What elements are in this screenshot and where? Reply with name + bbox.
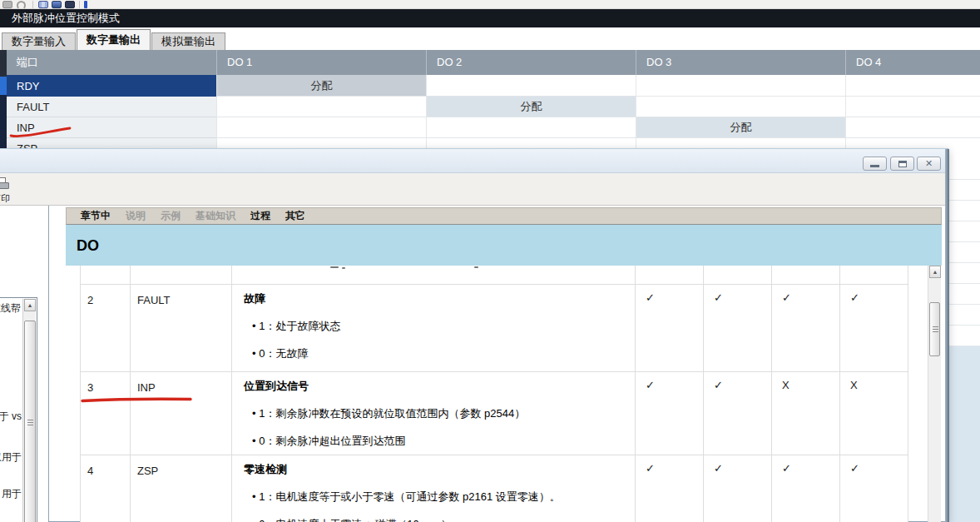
toolbar-separator: [32, 1, 33, 8]
do1-support-mark: ✓: [636, 455, 704, 522]
print-button-label[interactable]: 打印: [0, 192, 13, 205]
io-row-RDY[interactable]: RDY分配: [7, 75, 980, 97]
tab-模拟量输出[interactable]: 模拟量输出: [151, 32, 225, 50]
io-cell-DO 2[interactable]: [426, 117, 636, 138]
window-edge-decoration: [0, 77, 7, 95]
topic-banner: DO: [66, 225, 942, 266]
do3-support-mark: X: [772, 372, 840, 455]
do2-support-mark: ✓: [704, 285, 772, 372]
help-tab-章节中[interactable]: 章节中: [73, 209, 118, 223]
close-button[interactable]: ✕: [917, 157, 941, 171]
topic-item[interactable]: 于 vs: [0, 410, 22, 424]
do4-support-mark: X: [840, 372, 908, 455]
io-cell-DO 2[interactable]: [426, 75, 636, 97]
signal-bullet: • 1：剩余脉冲数在预设的就位取值范围内（参数 p2544）: [252, 406, 630, 421]
help-tab-过程[interactable]: 过程: [243, 209, 278, 223]
do3-support-mark: ✓: [772, 285, 840, 372]
help-window-titlebar[interactable]: [0, 149, 948, 173]
clipped-text-remnant: [330, 266, 339, 268]
topic-title: DO: [66, 225, 942, 255]
do4-support-mark: ✓: [840, 285, 908, 372]
port-label[interactable]: INP: [7, 117, 216, 138]
signal-title: 零速检测: [244, 462, 630, 477]
assign-cell-DO 1[interactable]: 分配: [216, 75, 426, 97]
do1-support-mark: ✓: [636, 372, 704, 455]
save-icon[interactable]: [65, 1, 75, 8]
thumb-grip: [933, 326, 938, 333]
assign-cell-DO 3[interactable]: 分配: [636, 117, 845, 138]
topic-scrollbar-thumb[interactable]: [24, 321, 36, 522]
signal-description: 零速检测• 1：电机速度等于或小于零速（可通过参数 p2161 设置零速）。• …: [232, 455, 636, 522]
help-toolbar: 打印: [0, 173, 948, 206]
column-header-DO 4: DO 4: [845, 50, 980, 75]
do-signal-table: 2FAULT故障• 1：处于故障状态• 0：无故障✓✓✓✓3INP位置到达信号•…: [80, 266, 908, 522]
io-cell-DO 1[interactable]: [216, 138, 426, 148]
minimize-icon: [870, 165, 879, 167]
do4-support-mark: ✓: [840, 455, 908, 522]
window-edge-decoration: [0, 50, 7, 77]
mode-title-bar: 外部脉冲位置控制模式: [0, 9, 980, 27]
monitor-icon[interactable]: [52, 1, 62, 8]
io-cell-DO 3[interactable]: [636, 97, 845, 117]
help-window: ✕ 打印 在线帮 ▲ 于 vs仅用于用于入出出（仿 章节中说明示例基础知识过程其…: [0, 148, 948, 522]
topic-item[interactable]: 仅用于: [0, 450, 22, 465]
content-scrollbar[interactable]: ▲: [928, 266, 941, 522]
do2-support-mark: ✓: [704, 455, 772, 522]
do2-support-mark: ✓: [704, 372, 772, 455]
topic-item[interactable]: 在线帮: [0, 301, 21, 316]
help-content-tabs: 章节中说明示例基础知识过程其它: [66, 207, 942, 225]
port-label[interactable]: ZSP: [7, 138, 216, 148]
assign-cell-DO 2[interactable]: 分配: [426, 97, 636, 117]
signal-name: ZSP: [131, 455, 232, 522]
mode-title: 外部脉冲位置控制模式: [12, 12, 120, 24]
io-table-header: 端口DO 1DO 2DO 3DO 4: [7, 50, 980, 75]
signal-row-ZSP: 4ZSP零速检测• 1：电机速度等于或小于零速（可通过参数 p2161 设置零速…: [81, 455, 908, 522]
help-tab-示例: 示例: [153, 209, 188, 223]
io-row-FAULT[interactable]: FAULT分配: [7, 97, 980, 117]
column-header-DO 3: DO 3: [636, 50, 845, 75]
keyboard-icon[interactable]: [2, 1, 12, 8]
clipped-text-remnant: [474, 266, 478, 268]
minimize-button[interactable]: [863, 157, 887, 171]
restore-button[interactable]: [890, 157, 914, 171]
scroll-up-icon[interactable]: ▲: [929, 266, 941, 278]
io-cell-DO 3[interactable]: [636, 138, 845, 148]
window-right-border: [945, 149, 949, 522]
tab-数字量输入[interactable]: 数字量输入: [2, 32, 76, 50]
io-cell-DO 4[interactable]: [845, 75, 980, 97]
help-icon[interactable]: [84, 1, 87, 8]
scroll-up-icon[interactable]: ▲: [24, 299, 36, 311]
close-icon: ✕: [925, 159, 933, 168]
topic-scrollbar[interactable]: ▲: [22, 299, 36, 522]
help-tab-其它[interactable]: 其它: [278, 209, 313, 223]
io-row-INP[interactable]: INP分配: [7, 117, 980, 138]
help-tab-说明: 说明: [118, 209, 153, 223]
io-cell-DO 1[interactable]: [216, 97, 426, 117]
tab-数字量输出[interactable]: 数字量输出: [77, 29, 151, 50]
io-cell-DO 4[interactable]: [845, 117, 980, 138]
signal-number: 4: [81, 455, 131, 522]
io-cell-DO 2[interactable]: [426, 138, 636, 148]
io-cell-DO 4[interactable]: [845, 97, 980, 117]
content-scrollbar-thumb[interactable]: [929, 302, 940, 356]
port-label[interactable]: RDY: [7, 75, 216, 97]
io-cell-DO 1[interactable]: [216, 117, 426, 138]
io-cell-DO 3[interactable]: [636, 75, 845, 97]
column-header-端口: 端口: [7, 50, 216, 75]
io-row-ZSP[interactable]: ZSP: [7, 138, 980, 148]
signal-number: 2: [81, 285, 131, 372]
grid-icon[interactable]: [38, 1, 48, 8]
help-tab-基础知识: 基础知识: [188, 209, 243, 223]
printer-body: [0, 182, 9, 189]
port-label[interactable]: FAULT: [7, 97, 216, 117]
thumb-grip: [27, 420, 33, 426]
signal-bullet: • 0：无故障: [252, 346, 630, 361]
clipped-text-remnant: [342, 267, 345, 269]
restore-icon: [898, 161, 907, 167]
io-cell-DO 4[interactable]: [845, 138, 980, 148]
print-icon[interactable]: [0, 177, 9, 191]
help-topic-panel: 在线帮 ▲ 于 vs仅用于用于入出出（仿: [0, 206, 49, 522]
topic-item[interactable]: 用于: [0, 487, 22, 501]
signal-name: INP: [131, 372, 232, 455]
signal-title: 故障: [244, 291, 630, 306]
